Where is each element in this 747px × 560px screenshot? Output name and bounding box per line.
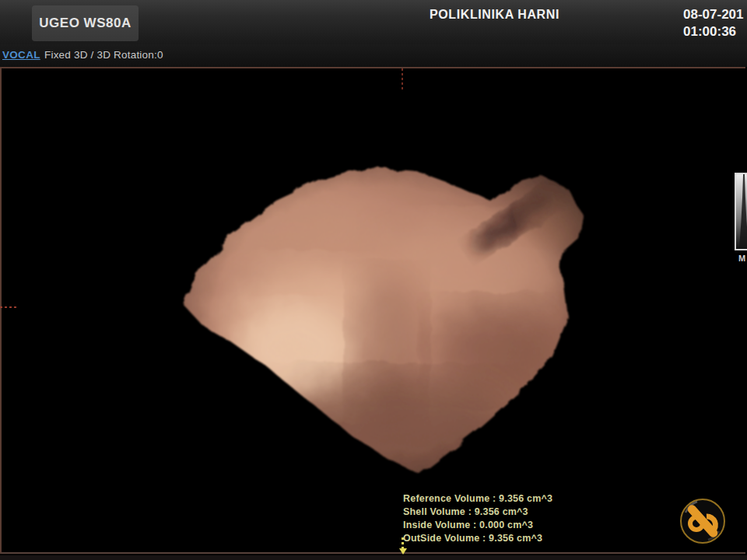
harni-logo-icon — [679, 497, 727, 545]
mode-status-text: Fixed 3D / 3D Rotation:0 — [44, 49, 163, 61]
machine-name-box: UGEO WS80A — [32, 5, 139, 41]
gray-map-label: M — [738, 254, 745, 263]
datetime: 08-07-201 01:00:36 — [683, 6, 744, 40]
header-bar: UGEO WS80A POLIKLINIKA HARNI 08-07-201 0… — [0, 0, 747, 44]
reference-volume: Reference Volume : 9.356 cm^3 — [403, 492, 552, 506]
clinic-name: POLIKLINIKA HARNI — [430, 8, 559, 22]
volume-measurements: Reference Volume : 9.356 cm^3 Shell Volu… — [403, 492, 552, 545]
date-text: 08-07-201 — [683, 6, 744, 23]
gray-map-thumbnail — [735, 173, 747, 250]
inside-volume: Inside Volume : 0.000 cm^3 — [403, 519, 552, 532]
shell-volume: Shell Volume : 9.356 cm^3 — [403, 506, 552, 519]
caliper-marker-left — [0, 306, 18, 308]
gray-map-curve — [739, 174, 747, 249]
caliper-marker-top — [402, 68, 403, 89]
vocal-tab[interactable]: VOCAL — [2, 49, 40, 61]
time-text: 01:00:36 — [683, 23, 744, 40]
machine-name: UGEO WS80A — [39, 16, 131, 31]
bottom-strip — [0, 555, 747, 560]
3d-volume-render — [160, 154, 611, 496]
mode-bar: VOCAL Fixed 3D / 3D Rotation:0 — [0, 44, 747, 67]
outside-volume: OutSide Volume : 9.356 cm^3 — [403, 532, 552, 545]
caliper-arrow-icon — [399, 548, 407, 555]
